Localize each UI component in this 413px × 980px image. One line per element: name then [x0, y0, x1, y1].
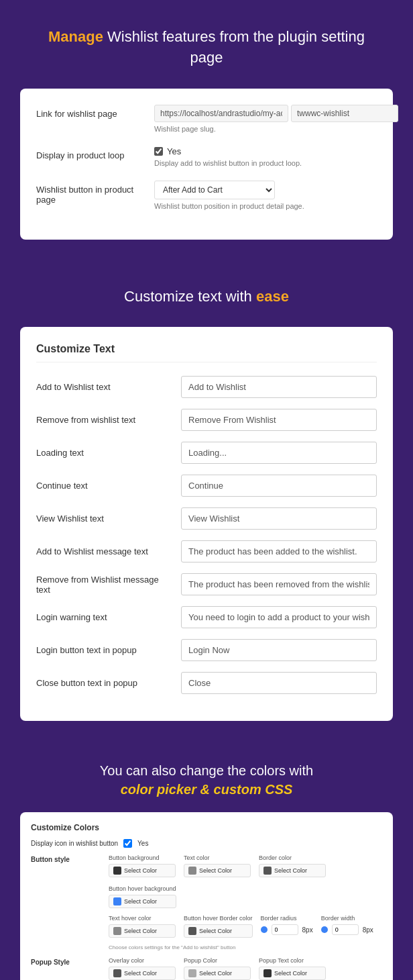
- border-radius-label: Border radius: [261, 915, 313, 922]
- btn-hover-text-group: Text hover color Select Color: [109, 915, 176, 938]
- text-row-input-7[interactable]: [181, 606, 377, 628]
- link-url-input[interactable]: [154, 105, 288, 122]
- button-style-controls: Button background Select Color Text colo…: [109, 854, 382, 950]
- text-row-input-4[interactable]: [181, 507, 377, 530]
- border-radius-row: 8px: [261, 924, 313, 935]
- text-row-label-5: Add to Wishlist message text: [36, 546, 170, 556]
- btn-text-select-label: Select Color: [199, 867, 232, 874]
- btn-border-swatch: [263, 867, 272, 875]
- btn-border-swatch-btn[interactable]: Select Color: [259, 864, 326, 877]
- btn-hover-text-select-label: Select Color: [124, 928, 157, 934]
- text-row-input-2[interactable]: [181, 442, 377, 464]
- text-row-label-7: Login warning text: [36, 612, 170, 622]
- btn-hover-bg-swatch-btn[interactable]: Select Color: [109, 895, 176, 908]
- popup-text-swatch-btn[interactable]: Select Color: [259, 967, 326, 980]
- width-circle: [321, 926, 328, 933]
- section-1-header: Manage Wishlist features from the plugin…: [0, 0, 413, 89]
- text-row-9: Close button text in popup: [36, 672, 377, 694]
- text-row-label-8: Login button text in popup: [36, 645, 170, 655]
- btn-text-label: Text color: [184, 854, 251, 861]
- button-hint: Choose colors settings for the "Add to w…: [109, 944, 382, 950]
- text-row-input-6[interactable]: [181, 573, 377, 595]
- text-row-label-1: Remove from wishlist text: [36, 415, 170, 425]
- settings-card: Link for wishlist page Wishlist page slu…: [20, 89, 393, 240]
- button-pos-value: After Add to Cart Wishlist button positi…: [154, 181, 377, 210]
- text-row-input-9[interactable]: [181, 672, 377, 694]
- btn-hover-border-select-label: Select Color: [199, 928, 232, 934]
- colors-highlight: color picker & custom CSS: [121, 782, 293, 797]
- btn-hover-bg-swatch: [113, 897, 121, 905]
- border-radius-group: Border radius 8px: [261, 915, 313, 935]
- border-width-input[interactable]: [332, 924, 359, 935]
- text-row-input-8[interactable]: [181, 639, 377, 661]
- text-row-label-9: Close button text in popup: [36, 678, 170, 688]
- btn-hover-text-swatch-btn[interactable]: Select Color: [109, 924, 176, 938]
- popup-style-label: Popup Style: [31, 957, 98, 980]
- display-row: Display in product loop Yes Display add …: [36, 146, 377, 167]
- colors-title: Customize Colors: [31, 823, 382, 832]
- text-row-8: Login button text in popup: [36, 639, 377, 661]
- text-row-2: Loading text: [36, 442, 377, 464]
- text-row-4: View Wishlist text: [36, 507, 377, 530]
- popup-color-swatch: [188, 969, 196, 977]
- popup-text-select-label: Select Color: [274, 970, 307, 977]
- popup-color-label: Popup Color: [184, 957, 251, 964]
- text-row-input-1[interactable]: [181, 409, 377, 431]
- button-pos-row: Wishlist button in product page After Ad…: [36, 181, 377, 210]
- customize-highlight: ease: [256, 288, 289, 305]
- display-value: Yes Display add to wishlist button in pr…: [154, 146, 377, 167]
- overlay-swatch: [113, 969, 121, 977]
- display-hint: Display add to wishlist button in produc…: [154, 159, 377, 167]
- display-icon-yes: Yes: [137, 840, 148, 847]
- popup-color-select-label: Select Color: [199, 970, 232, 977]
- border-radius-unit: 8px: [302, 926, 313, 934]
- button-pos-hint: Wishlist button position in product deta…: [154, 202, 377, 210]
- text-row-input-3[interactable]: [181, 475, 377, 497]
- btn-bg-group: Button background Select Color: [109, 854, 176, 877]
- text-row-label-0: Add to Wishlist text: [36, 382, 170, 392]
- colors-card: Customize Colors Display icon in wishlis…: [20, 812, 393, 980]
- overlay-select-label: Select Color: [124, 970, 157, 977]
- popup-color-swatch-btn[interactable]: Select Color: [184, 967, 251, 980]
- btn-bg-select-label: Select Color: [124, 867, 157, 874]
- btn-hover-text-label: Text hover color: [109, 915, 176, 922]
- button-style-section: Button style Button background Select Co…: [31, 854, 382, 950]
- btn-bg-swatch-btn[interactable]: Select Color: [109, 864, 176, 877]
- link-hint: Wishlist page slug.: [154, 125, 398, 133]
- btn-border-group: Border color Select Color: [259, 854, 326, 877]
- btn-hover-border-swatch: [188, 927, 196, 935]
- popup-style-controls: Overlay color Select Color Popup Color S…: [109, 957, 382, 980]
- popup-text-swatch: [263, 969, 272, 977]
- btn-hover-text-swatch: [113, 927, 121, 935]
- popup-style-section: Popup Style Overlay color Select Color P…: [31, 957, 382, 980]
- link-slug-input[interactable]: [291, 105, 398, 122]
- btn-hover-border-label: Button hover Border color: [184, 915, 253, 922]
- btn-hover-bg-label: Button hover background: [109, 885, 176, 892]
- display-icon-row: Display icon in wishlist button Yes: [31, 839, 382, 848]
- overlay-swatch-btn[interactable]: Select Color: [109, 967, 176, 980]
- border-radius-input[interactable]: [272, 924, 298, 935]
- button-style-label: Button style: [31, 854, 98, 950]
- text-row-label-3: Continue text: [36, 481, 170, 491]
- border-width-row: 8px: [321, 924, 373, 935]
- customize-pre: Customize text with: [124, 288, 256, 305]
- popup-colors-row-1: Overlay color Select Color Popup Color S…: [109, 957, 382, 980]
- manage-text: Wishlist features from the plugin settin…: [103, 28, 365, 66]
- text-row-input-5[interactable]: [181, 540, 377, 562]
- btn-text-swatch-btn[interactable]: Select Color: [184, 864, 251, 877]
- link-label: Link for wishlist page: [36, 105, 143, 119]
- text-row-input-0[interactable]: [181, 376, 377, 398]
- text-row-label-6: Remove from Wishlist message text: [36, 575, 170, 595]
- overlay-label: Overlay color: [109, 957, 176, 964]
- border-width-unit: 8px: [363, 926, 373, 934]
- link-input-group: [154, 105, 398, 122]
- btn-hover-border-swatch-btn[interactable]: Select Color: [184, 924, 253, 938]
- display-checkbox-row: Yes: [154, 146, 377, 156]
- display-icon-checkbox[interactable]: [123, 839, 132, 848]
- link-row: Link for wishlist page Wishlist page slu…: [36, 105, 377, 133]
- border-width-label: Border width: [321, 915, 373, 922]
- popup-text-label: Popup Text color: [259, 957, 326, 964]
- text-row-label-4: View Wishlist text: [36, 513, 170, 524]
- display-checkbox[interactable]: [154, 147, 163, 156]
- button-pos-select[interactable]: After Add to Cart: [154, 181, 275, 199]
